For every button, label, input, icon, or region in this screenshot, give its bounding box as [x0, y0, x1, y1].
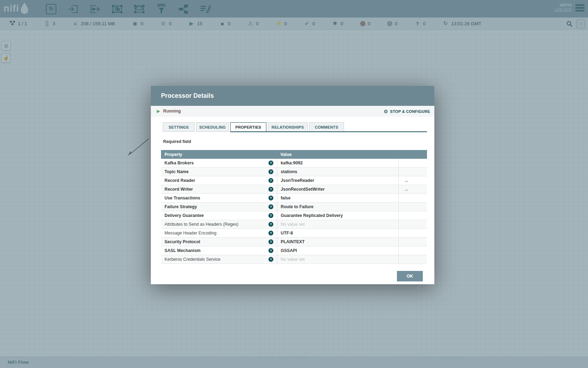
- help-icon[interactable]: ?: [268, 204, 273, 209]
- help-icon[interactable]: ?: [268, 196, 273, 200]
- dialog-tabs: SETTINGS SCHEDULING PROPERTIES RELATIONS…: [163, 122, 344, 132]
- property-value: kafka:9092: [277, 159, 398, 167]
- help-icon[interactable]: ?: [268, 257, 273, 262]
- tab-comments[interactable]: COMMENTS: [309, 122, 344, 132]
- table-row: Security Protocol? PLAINTEXT: [161, 238, 427, 246]
- property-value: false: [277, 194, 398, 202]
- property-name: Kerberos Credentials Service: [164, 257, 220, 262]
- property-value: GSSAPI: [277, 246, 398, 255]
- property-name: Attributes to Send as Headers (Regex): [164, 222, 238, 227]
- table-row: Record Writer? JsonRecordSetWriter →: [161, 185, 427, 194]
- property-name: Use Transactions: [164, 196, 200, 200]
- go-to-service-icon[interactable]: →: [399, 178, 408, 183]
- table-row: SASL Mechanism? GSSAPI: [161, 246, 427, 255]
- property-value: No value set: [277, 220, 398, 229]
- help-icon[interactable]: ?: [268, 248, 273, 253]
- properties-table: Property Value Kafka Brokers? kafka:9092…: [161, 150, 427, 264]
- required-field-note: Required field: [163, 139, 191, 144]
- tab-settings[interactable]: SETTINGS: [163, 122, 195, 132]
- stop-and-configure-button[interactable]: ⚙ STOP & CONFIGURE: [384, 106, 430, 117]
- table-row: Failure Strategy? Route to Failure: [161, 203, 427, 211]
- property-value: Guarantee Replicated Delivery: [277, 211, 398, 220]
- dialog-title: Processor Details: [161, 86, 214, 106]
- stop-and-configure-label: STOP & CONFIGURE: [390, 109, 430, 114]
- table-row: Kafka Brokers? kafka:9092: [161, 159, 427, 168]
- gear-icon: ⚙: [384, 109, 388, 114]
- table-row: Delivery Guarantee? Guarantee Replicated…: [161, 211, 427, 220]
- tab-scheduling[interactable]: SCHEDULING: [196, 122, 229, 132]
- help-icon[interactable]: ?: [268, 239, 273, 244]
- run-status-text: Running: [163, 106, 181, 117]
- running-icon: ▶: [157, 106, 160, 117]
- help-icon[interactable]: ?: [268, 213, 273, 218]
- dialog-header: Processor Details: [151, 86, 434, 106]
- table-row: Kerberos Credentials Service? No value s…: [161, 255, 427, 264]
- table-row: Kerberos User Service? No value set: [161, 264, 427, 264]
- dialog-status-row: ▶ Running ⚙ STOP & CONFIGURE: [151, 106, 434, 117]
- property-name: Security Protocol: [164, 239, 200, 244]
- property-value: JsonRecordSetWriter: [277, 185, 398, 193]
- help-icon[interactable]: ?: [268, 161, 273, 165]
- property-name: Record Writer: [164, 187, 193, 192]
- table-row: Record Reader? JsonTreeReader →: [161, 176, 427, 185]
- tab-divider: [230, 131, 427, 132]
- property-value: stations: [277, 168, 398, 176]
- help-icon[interactable]: ?: [268, 178, 273, 183]
- property-name: Kafka Brokers: [164, 161, 194, 165]
- property-name: SASL Mechanism: [164, 248, 201, 253]
- property-name: Topic Name: [164, 169, 189, 174]
- property-value: No value set: [277, 255, 398, 264]
- property-name: Failure Strategy: [164, 204, 197, 209]
- tab-properties[interactable]: PROPERTIES: [230, 122, 266, 132]
- property-value: JsonTreeReader: [277, 176, 398, 185]
- table-row: Message Header Encoding? UTF-8: [161, 229, 427, 238]
- property-value: PLAINTEXT: [277, 238, 398, 246]
- property-name: Message Header Encoding: [164, 231, 216, 236]
- table-header: Property Value: [161, 150, 427, 159]
- table-row: Attributes to Send as Headers (Regex)? N…: [161, 220, 427, 229]
- property-name: Record Reader: [164, 178, 195, 183]
- go-to-service-icon[interactable]: →: [399, 186, 408, 192]
- help-icon[interactable]: ?: [268, 231, 273, 236]
- property-name: Delivery Guarantee: [164, 213, 204, 218]
- table-body: Kafka Brokers? kafka:9092 Topic Name? st…: [161, 159, 427, 264]
- table-row: Use Transactions? false: [161, 194, 427, 203]
- property-value: No value set: [277, 264, 398, 264]
- processor-details-dialog: Processor Details ▶ Running ⚙ STOP & CON…: [151, 86, 434, 284]
- help-icon[interactable]: ?: [268, 222, 273, 227]
- property-column-header: Property: [161, 152, 277, 157]
- property-value: Route to Failure: [277, 203, 398, 211]
- property-value: UTF-8: [277, 229, 398, 237]
- tab-relationships[interactable]: RELATIONSHIPS: [268, 122, 308, 132]
- ok-button[interactable]: OK: [397, 271, 423, 281]
- table-row: Topic Name? stations: [161, 168, 427, 176]
- help-icon[interactable]: ?: [268, 169, 273, 174]
- nifi-app: nifi ↻: [0, 0, 588, 368]
- help-icon[interactable]: ?: [268, 187, 273, 192]
- value-column-header: Value: [277, 152, 398, 157]
